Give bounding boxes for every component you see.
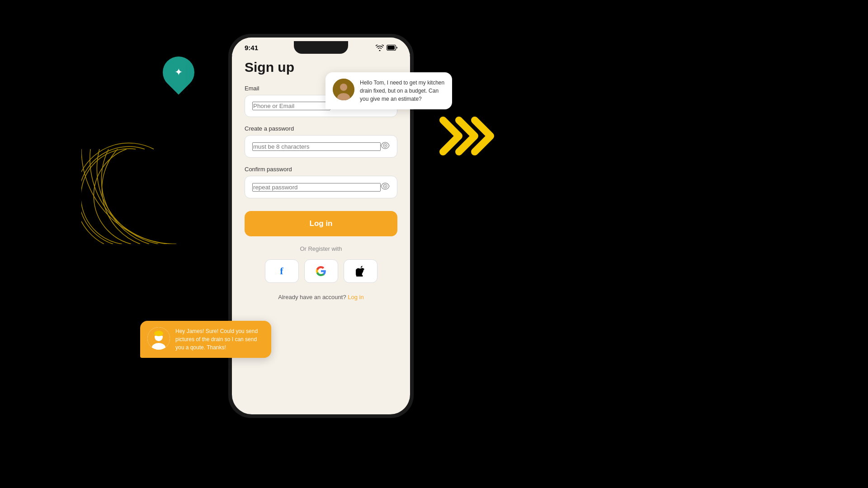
confirm-password-label: Confirm password bbox=[245, 166, 397, 173]
status-time: 9:41 bbox=[245, 44, 258, 52]
svg-point-7 bbox=[340, 84, 347, 91]
svg-point-13 bbox=[154, 331, 163, 336]
password-input-wrapper[interactable] bbox=[245, 135, 397, 158]
already-account-text: Already have an account? Log in bbox=[245, 294, 397, 300]
password-group: Create a password bbox=[245, 125, 397, 158]
svg-rect-1 bbox=[387, 46, 395, 50]
confirm-input-wrapper[interactable] bbox=[245, 176, 397, 198]
social-login-group: f bbox=[245, 259, 397, 283]
phone-notch bbox=[294, 41, 348, 54]
confirm-password-group: Confirm password bbox=[245, 166, 397, 198]
password-input[interactable] bbox=[252, 142, 381, 151]
password-label: Create a password bbox=[245, 125, 397, 132]
user-avatar-top bbox=[333, 79, 354, 100]
email-input[interactable] bbox=[252, 102, 330, 110]
svg-point-5 bbox=[385, 186, 386, 187]
facebook-login-button[interactable]: f bbox=[265, 259, 299, 283]
chat-bubble-top: Hello Tom, I need to get my kitchen drai… bbox=[326, 72, 452, 109]
login-link[interactable]: Log in bbox=[348, 294, 363, 300]
confirm-visibility-toggle[interactable] bbox=[381, 183, 390, 192]
password-visibility-toggle[interactable] bbox=[381, 142, 390, 151]
login-button[interactable]: Log in bbox=[245, 211, 397, 236]
google-login-button[interactable] bbox=[304, 259, 338, 283]
or-register-text: Or Register with bbox=[245, 245, 397, 252]
chat-text-top: Hello Tom, I need to get my kitchen drai… bbox=[360, 79, 445, 103]
battery-icon bbox=[387, 45, 397, 51]
confirm-password-input[interactable] bbox=[252, 183, 381, 192]
worker-avatar-bottom bbox=[147, 327, 170, 350]
google-icon bbox=[316, 266, 326, 276]
chat-bubble-bottom: Hey James! Sure! Could you send pictures… bbox=[140, 321, 271, 358]
status-icons bbox=[376, 45, 397, 51]
wifi-icon bbox=[376, 45, 384, 51]
apple-login-button[interactable] bbox=[344, 259, 377, 283]
apple-icon bbox=[356, 266, 365, 277]
chat-text-bottom: Hey James! Sure! Could you send pictures… bbox=[175, 327, 264, 352]
svg-point-3 bbox=[385, 145, 386, 146]
facebook-icon: f bbox=[280, 265, 283, 277]
chevron-arrows bbox=[439, 116, 497, 158]
